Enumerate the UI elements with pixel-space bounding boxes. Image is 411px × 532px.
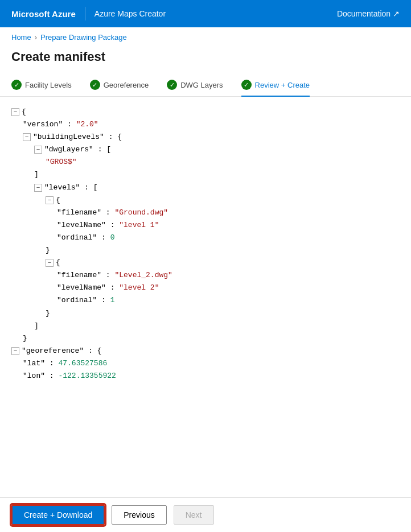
tab-dwg-layers[interactable]: ✓ DWG Layers [167, 74, 223, 97]
root-open: − { [11, 106, 400, 118]
ordinal1-line: "ordinal" : 0 [11, 232, 400, 244]
breadcrumb-separator: › [35, 33, 37, 42]
json-viewer: − { "version" : "2.0" − "buildingLevels"… [0, 97, 411, 391]
tab-label-dwg: DWG Layers [180, 81, 223, 89]
level1-toggle[interactable]: − [46, 196, 54, 204]
tab-georeference[interactable]: ✓ Georeference [90, 74, 149, 97]
level2-toggle[interactable]: − [46, 259, 54, 267]
levels-toggle[interactable]: − [34, 184, 42, 192]
building-levels-close: } [11, 332, 400, 345]
tab-label-facility: Facility Levels [25, 81, 72, 89]
building-levels-open: − "buildingLevels" : { [11, 131, 400, 143]
georeference-toggle[interactable]: − [11, 347, 19, 355]
level2-open: − { [11, 257, 400, 269]
create-download-button[interactable]: Create + Download [11, 505, 105, 525]
tabs-container: ✓ Facility Levels ✓ Georeference ✓ DWG L… [0, 73, 411, 97]
levels-close: ] [11, 320, 400, 332]
header: Microsoft Azure Azure Maps Creator Docum… [0, 0, 411, 27]
levelname2-line: "levelName" : "level 2" [11, 282, 400, 294]
levels-open: − "levels" : [ [11, 182, 400, 194]
level1-close: } [11, 244, 400, 257]
next-button: Next [174, 505, 214, 525]
lat-line: "lat" : 47.63527586 [11, 357, 400, 370]
breadcrumb: Home › Prepare Drawing Package [0, 27, 411, 47]
tab-check-georeference: ✓ [90, 80, 100, 90]
brand-name: Microsoft Azure [11, 9, 76, 19]
filename1-line: "filename" : "Ground.dwg" [11, 207, 400, 219]
tab-check-dwg: ✓ [167, 80, 177, 90]
tab-check-review: ✓ [241, 80, 252, 90]
breadcrumb-page[interactable]: Prepare Drawing Package [40, 33, 127, 42]
building-toggle[interactable]: − [23, 133, 31, 141]
version-line: "version" : "2.0" [11, 118, 400, 131]
gros-line: "GROS$" [11, 156, 400, 168]
main-content: − { "version" : "2.0" − "buildingLevels"… [0, 97, 411, 431]
tab-facility-levels[interactable]: ✓ Facility Levels [11, 74, 72, 97]
levelname1-line: "levelName" : "level 1" [11, 219, 400, 232]
bottom-bar: Create + Download Previous Next [0, 497, 411, 532]
tab-check-facility: ✓ [11, 80, 22, 90]
ordinal2-line: "ordinal" : 1 [11, 294, 400, 307]
georeference-open: − "georeference" : { [11, 345, 400, 357]
page-title: Create manifest [0, 47, 411, 73]
dwg-close: ] [11, 168, 400, 181]
tab-label-georeference: Georeference [104, 81, 149, 89]
tab-review-create[interactable]: ✓ Review + Create [241, 74, 310, 97]
lon-line: "lon" : -122.13355922 [11, 370, 400, 382]
docs-link[interactable]: Documentation ↗ [337, 9, 400, 18]
dwg-toggle[interactable]: − [34, 146, 42, 154]
root-toggle[interactable]: − [11, 108, 19, 116]
header-divider [85, 7, 85, 20]
level2-close: } [11, 307, 400, 320]
tab-label-review: Review + Create [255, 81, 310, 89]
level1-open: − { [11, 194, 400, 207]
breadcrumb-home[interactable]: Home [11, 33, 31, 42]
dwg-layers-open: − "dwgLayers" : [ [11, 143, 400, 156]
filename2-line: "filename" : "Level_2.dwg" [11, 269, 400, 282]
product-name: Azure Maps Creator [94, 9, 166, 18]
previous-button[interactable]: Previous [112, 505, 166, 525]
